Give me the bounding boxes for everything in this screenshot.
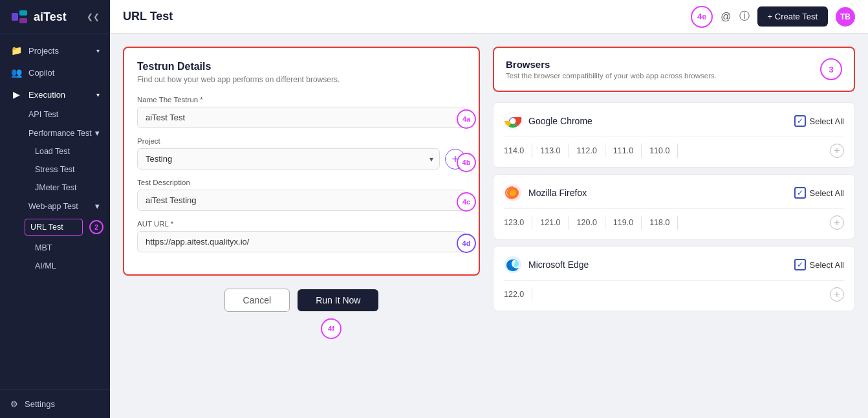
- chrome-checkbox[interactable]: ✓: [794, 115, 806, 127]
- firefox-name: Mozilla Firefox: [528, 188, 587, 198]
- chrome-add-version[interactable]: +: [830, 144, 844, 158]
- edge-header: Microsoft Edge ✓ Select All: [504, 256, 844, 274]
- logo-text: aiTest: [34, 10, 67, 24]
- chrome-header: Google Chrome ✓ Select All: [504, 112, 844, 130]
- chevron-icon: ▾: [95, 128, 100, 138]
- name-input[interactable]: [137, 107, 466, 128]
- user-avatar: TB: [836, 7, 855, 27]
- sidebar-item-mbt[interactable]: MBT: [0, 239, 110, 257]
- edge-select-all[interactable]: ✓ Select All: [794, 259, 844, 270]
- sidebar-item-web-app-test[interactable]: Web-app Test ▾: [0, 197, 110, 215]
- firefox-versions: 123.0 121.0 120.0 119.0 118.0 +: [504, 208, 844, 230]
- firefox-section: Mozilla Firefox ✓ Select All 123.0 121.0…: [493, 174, 855, 239]
- sidebar-item-aiml[interactable]: AI/ML: [0, 257, 110, 275]
- edge-v122[interactable]: 122.0: [504, 287, 532, 302]
- browsers-header-card: Browsers Test the browser compatibility …: [493, 47, 855, 92]
- firefox-checkbox[interactable]: ✓: [794, 187, 806, 199]
- sidebar-item-url-test-row: URL Test 2: [0, 215, 110, 239]
- svg-rect-0: [12, 13, 18, 21]
- header-actions: 4e @ ⓘ + Create Test TB: [691, 6, 855, 28]
- description-input[interactable]: [137, 190, 466, 211]
- step-badge-4d: 4d: [457, 234, 476, 253]
- testrun-card: Testrun Details Find out how your web ap…: [123, 47, 480, 276]
- sidebar-collapse-button[interactable]: ❮❮: [87, 12, 100, 21]
- firefox-v121[interactable]: 121.0: [532, 215, 569, 230]
- sidebar-logo: aiTest ❮❮: [0, 0, 110, 34]
- project-label: Project: [137, 137, 466, 145]
- name-field-group: Name The Testrun * 4a: [137, 96, 466, 128]
- browsers-title: Browsers: [506, 59, 717, 70]
- firefox-select-all[interactable]: ✓ Select All: [794, 187, 844, 199]
- chevron-up-icon: ▾: [96, 91, 100, 98]
- description-label: Test Description: [137, 179, 466, 186]
- sidebar-item-copilot[interactable]: 👥 Copilot: [0, 61, 110, 83]
- chrome-v113[interactable]: 113.0: [532, 144, 569, 158]
- sidebar-item-load-test[interactable]: Load Test: [0, 142, 110, 160]
- sidebar-item-settings[interactable]: ⚙ Settings: [10, 399, 100, 409]
- info-icon[interactable]: ⓘ: [739, 10, 750, 23]
- chevron-icon: ▾: [95, 201, 100, 211]
- chrome-icon: [504, 112, 522, 130]
- url-input[interactable]: [137, 231, 466, 252]
- chrome-v110[interactable]: 110.0: [642, 144, 678, 158]
- project-select-wrap: Testing ▾: [137, 148, 440, 170]
- sidebar-item-api-test[interactable]: API Test: [0, 105, 110, 124]
- execution-icon: ▶: [10, 89, 22, 100]
- testrun-title: Testrun Details: [137, 61, 466, 72]
- create-test-button[interactable]: + Create Test: [757, 6, 828, 27]
- step-badge-2: 2: [89, 220, 103, 234]
- step-badge-4e: 4e: [691, 6, 713, 28]
- chrome-versions: 114.0 113.0 112.0 111.0 110.0 +: [504, 137, 844, 158]
- edge-versions: 122.0 +: [504, 280, 844, 302]
- chevron-down-icon: ▾: [96, 47, 100, 54]
- svg-point-5: [510, 118, 516, 124]
- page-header: URL Test 4e @ ⓘ + Create Test TB: [110, 0, 868, 34]
- chrome-name: Google Chrome: [528, 116, 592, 126]
- sidebar-item-performance-test[interactable]: Performance Test ▾: [0, 124, 110, 142]
- sidebar-item-stress-test[interactable]: Stress Test: [0, 160, 110, 179]
- main-content: URL Test 4e @ ⓘ + Create Test TB Testrun…: [110, 0, 868, 418]
- firefox-v123[interactable]: 123.0: [504, 215, 532, 230]
- edge-checkbox[interactable]: ✓: [794, 259, 806, 270]
- right-panel: Browsers Test the browser compatibility …: [493, 47, 855, 405]
- cancel-button[interactable]: Cancel: [224, 289, 290, 312]
- edge-icon: [504, 256, 522, 274]
- firefox-add-version[interactable]: +: [830, 215, 844, 230]
- at-icon[interactable]: @: [721, 11, 731, 23]
- step-badge-4c: 4c: [457, 192, 476, 212]
- edge-add-version[interactable]: +: [830, 287, 844, 302]
- chrome-v112[interactable]: 112.0: [569, 144, 605, 158]
- name-label: Name The Testrun *: [137, 96, 466, 104]
- sidebar-item-jmeter-test[interactable]: JMeter Test: [0, 179, 110, 197]
- firefox-info: Mozilla Firefox: [504, 184, 587, 202]
- firefox-v118[interactable]: 118.0: [642, 215, 678, 230]
- left-panel: Testrun Details Find out how your web ap…: [123, 47, 480, 405]
- url-label: AUT URL *: [137, 220, 466, 228]
- chrome-select-all[interactable]: ✓ Select All: [794, 115, 844, 127]
- chrome-v114[interactable]: 114.0: [504, 144, 532, 158]
- edge-section: Microsoft Edge ✓ Select All 122.0 +: [493, 246, 855, 311]
- run-now-button[interactable]: Run It Now: [298, 289, 378, 311]
- sidebar-item-execution[interactable]: ▶ Execution ▾: [0, 83, 110, 105]
- firefox-header: Mozilla Firefox ✓ Select All: [504, 184, 844, 202]
- testrun-subtitle: Find out how your web app performs on di…: [137, 75, 466, 84]
- page-title: URL Test: [123, 10, 173, 23]
- step-badge-4f: 4f: [321, 318, 342, 339]
- firefox-v119[interactable]: 119.0: [605, 215, 642, 230]
- edge-info: Microsoft Edge: [504, 256, 589, 274]
- svg-rect-2: [19, 18, 27, 23]
- edge-name: Microsoft Edge: [528, 259, 589, 270]
- chrome-info: Google Chrome: [504, 112, 592, 130]
- chrome-v111[interactable]: 111.0: [605, 144, 642, 158]
- svg-rect-1: [19, 10, 27, 16]
- step-badge-3: 3: [820, 58, 842, 80]
- project-select[interactable]: Testing: [137, 148, 440, 170]
- sidebar-nav: 📁 Projects ▾ 👥 Copilot ▶ Execution ▾ API…: [0, 34, 110, 390]
- sidebar-item-url-test[interactable]: URL Test: [25, 219, 83, 236]
- sidebar-item-projects[interactable]: 📁 Projects ▾: [0, 39, 110, 61]
- url-field-group: AUT URL * 4d: [137, 220, 466, 252]
- aitest-logo-icon: [10, 9, 28, 25]
- browsers-subtitle: Test the browser compatibility of your w…: [506, 72, 717, 80]
- firefox-v120[interactable]: 120.0: [569, 215, 605, 230]
- step-badge-4b: 4b: [457, 153, 476, 172]
